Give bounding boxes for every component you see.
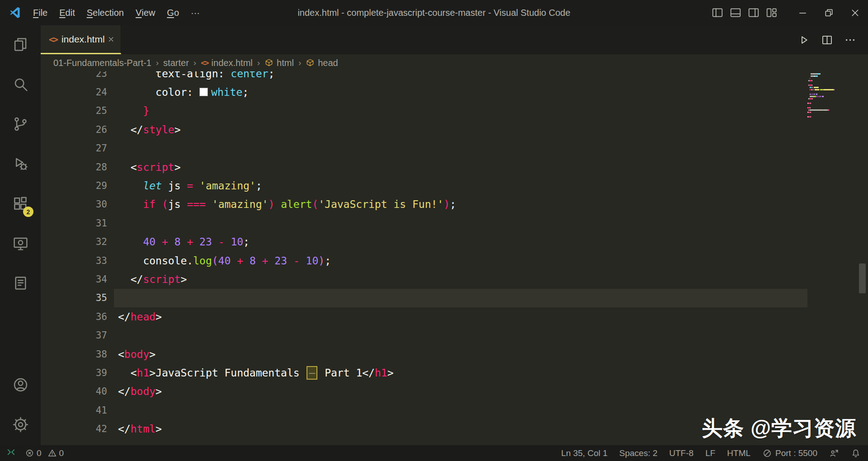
line-number[interactable]: 23 [41, 71, 107, 79]
layout-customize-icon[interactable] [766, 7, 778, 19]
code-line-34[interactable]: 34 </script> [41, 270, 868, 288]
panel-left-icon[interactable] [712, 7, 723, 19]
line-number[interactable]: 30 [41, 199, 107, 210]
activity-explorer[interactable] [0, 25, 41, 65]
code-token: 23 [199, 236, 212, 248]
code-token: ; [450, 198, 456, 210]
line-number[interactable]: 26 [41, 124, 107, 135]
activity-settings[interactable] [0, 405, 41, 445]
run-button[interactable] [798, 34, 810, 46]
activity-notebook[interactable] [0, 264, 41, 304]
code-token [212, 236, 218, 248]
code-line-37[interactable]: 37 [41, 326, 868, 344]
code-token [256, 255, 262, 267]
code-line-23[interactable]: 23 text-align: center; [41, 71, 868, 83]
menu-[interactable]: ··· [185, 0, 206, 25]
code-line-27[interactable]: 27 [41, 139, 868, 158]
breadcrumb-head[interactable]: head [306, 58, 338, 68]
code-line-25[interactable]: 25 } [41, 102, 868, 120]
code-token: head [131, 311, 156, 323]
line-number[interactable]: 36 [41, 311, 107, 322]
line-number[interactable]: 25 [41, 105, 107, 116]
code-line-36[interactable]: 36</head> [41, 307, 868, 326]
menu-file[interactable]: File [27, 0, 53, 25]
status-encoding[interactable]: UTF-8 [669, 448, 693, 458]
activity-accounts[interactable] [0, 366, 41, 405]
activity-search[interactable] [0, 65, 41, 105]
breadcrumb-01-fundamentals-part-1[interactable]: 01-Fundamentals-Part-1 [53, 58, 151, 68]
menu-go[interactable]: Go [161, 0, 185, 25]
code-line-28[interactable]: 28 <script> [41, 158, 868, 176]
restore-button[interactable] [816, 0, 842, 25]
line-number[interactable]: 27 [41, 143, 107, 154]
code-line-38[interactable]: 38<body> [41, 345, 868, 363]
code-line-30[interactable]: 30 if (js === 'amazing') alert('JavaScri… [41, 195, 868, 214]
vertical-scrollbar[interactable] [859, 263, 866, 293]
code-token [118, 273, 131, 285]
line-number[interactable]: 24 [41, 87, 107, 98]
line-number[interactable]: 38 [41, 349, 107, 360]
code-token: 8 [250, 255, 256, 267]
activity-extensions[interactable]: 2 [0, 184, 41, 224]
line-number[interactable]: 42 [41, 423, 107, 434]
more-actions-button[interactable] [844, 34, 856, 46]
code-line-24[interactable]: 24 color: white; [41, 83, 868, 101]
line-number[interactable]: 32 [41, 236, 107, 247]
line-number[interactable]: 34 [41, 274, 107, 285]
line-number[interactable]: 39 [41, 367, 107, 378]
code-token: ; [243, 236, 250, 248]
code-line-29[interactable]: 29 let js = 'amazing'; [41, 176, 868, 195]
tab-index-html[interactable]: <> index.html [41, 25, 121, 54]
code-line-40[interactable]: 40</body> [41, 382, 868, 401]
code-line-35[interactable]: 35 [41, 289, 868, 307]
code-line-26[interactable]: 26 </style> [41, 120, 868, 139]
minimap-token [818, 87, 819, 88]
breadcrumb-index-html[interactable]: <>index.html [201, 58, 253, 68]
status-eol[interactable]: LF [705, 448, 715, 458]
status-indentation[interactable]: Spaces: 2 [619, 448, 658, 458]
status-language-mode[interactable]: HTML [727, 448, 750, 458]
menu-view[interactable]: View [130, 0, 161, 25]
activity-run-debug[interactable] [0, 145, 41, 184]
remote-indicator[interactable] [5, 447, 17, 459]
activity-remote-explorer[interactable] [0, 224, 41, 264]
panel-right-icon[interactable] [748, 7, 760, 19]
minimap-token [823, 96, 824, 97]
line-number[interactable]: 37 [41, 330, 107, 341]
breadcrumb-starter[interactable]: starter [163, 58, 189, 68]
code-line-32[interactable]: 32 40 + 8 + 23 - 10; [41, 233, 868, 251]
line-number[interactable]: 35 [41, 292, 107, 303]
code-token: > [149, 367, 156, 379]
tab-close-icon[interactable] [108, 34, 114, 44]
line-number[interactable]: 31 [41, 218, 107, 229]
status-cursor-position[interactable]: Ln 35, Col 1 [561, 448, 607, 458]
panel-bottom-icon[interactable] [730, 7, 741, 19]
line-number[interactable]: 40 [41, 386, 107, 397]
line-number[interactable]: 33 [41, 255, 107, 266]
minimize-button[interactable] [789, 0, 816, 25]
code-content[interactable]: 23 text-align: center;24 color: white;25… [41, 71, 868, 438]
breadcrumb-html[interactable]: html [264, 58, 294, 68]
code-token [118, 105, 143, 117]
code-token [156, 198, 162, 210]
minimap[interactable] [807, 73, 854, 118]
problems-indicator[interactable]: 0 0 [25, 448, 67, 458]
search-icon [12, 76, 29, 94]
code-editor[interactable]: 23 text-align: center;24 color: white;25… [41, 71, 868, 445]
status-feedback[interactable] [829, 448, 839, 458]
settings-icon [12, 416, 29, 435]
status-live-server-port[interactable]: Port : 5500 [762, 448, 817, 458]
code-line-31[interactable]: 31 [41, 214, 868, 232]
line-number[interactable]: 29 [41, 180, 107, 191]
line-number[interactable]: 28 [41, 162, 107, 173]
code-token: html [131, 423, 156, 435]
code-line-39[interactable]: 39 <h1>JavaScript Fundamentals – Part 1<… [41, 363, 868, 382]
menu-selection[interactable]: Selection [81, 0, 130, 25]
menu-edit[interactable]: Edit [53, 0, 80, 25]
activity-source-control[interactable] [0, 105, 41, 145]
close-button[interactable] [842, 0, 868, 25]
code-line-33[interactable]: 33 console.log(40 + 8 + 23 - 10); [41, 251, 868, 270]
status-notifications[interactable] [851, 448, 861, 458]
line-number[interactable]: 41 [41, 405, 107, 416]
split-editor-button[interactable] [821, 34, 833, 46]
